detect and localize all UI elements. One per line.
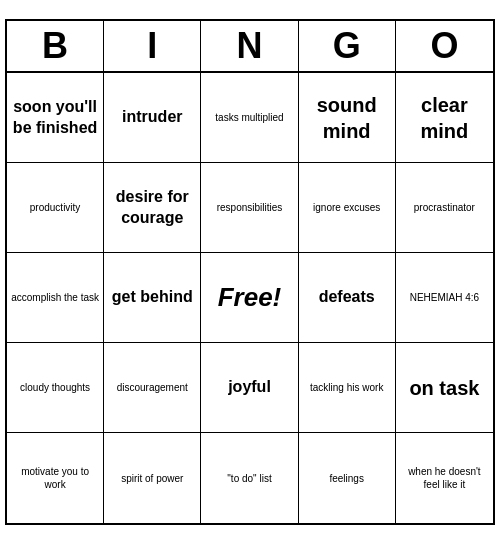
cell-text: Free! [218,281,282,315]
bingo-cell: sound mind [299,73,396,163]
cell-text: procrastinator [414,201,475,214]
cell-text: motivate you to work [11,465,99,491]
bingo-header: BINGO [7,21,493,73]
bingo-cell: clear mind [396,73,493,163]
cell-text: ignore excuses [313,201,380,214]
bingo-cell: accomplish the task [7,253,104,343]
bingo-cell: desire for courage [104,163,201,253]
cell-text: discouragement [117,381,188,394]
cell-text: productivity [30,201,81,214]
header-letter: G [299,21,396,71]
bingo-cell: NEHEMIAH 4:6 [396,253,493,343]
bingo-cell: ignore excuses [299,163,396,253]
header-letter: O [396,21,493,71]
bingo-cell: on task [396,343,493,433]
cell-text: clear mind [400,92,489,144]
bingo-cell: when he doesn't feel like it [396,433,493,523]
bingo-cell: productivity [7,163,104,253]
cell-text: accomplish the task [11,291,99,304]
bingo-cell: motivate you to work [7,433,104,523]
cell-text: responsibilities [217,201,283,214]
cell-text: joyful [228,377,271,398]
bingo-cell: procrastinator [396,163,493,253]
bingo-cell: defeats [299,253,396,343]
bingo-cell: joyful [201,343,298,433]
cell-text: sound mind [303,92,391,144]
cell-text: NEHEMIAH 4:6 [410,291,479,304]
header-letter: I [104,21,201,71]
cell-text: on task [409,375,479,401]
cell-text: desire for courage [108,187,196,229]
bingo-grid: soon you'll be finishedintrudertasks mul… [7,73,493,523]
bingo-cell: intruder [104,73,201,163]
cell-text: "to do" list [227,472,271,485]
bingo-cell: cloudy thoughts [7,343,104,433]
cell-text: tackling his work [310,381,383,394]
bingo-cell: Free! [201,253,298,343]
cell-text: tasks multiplied [215,111,283,124]
header-letter: N [201,21,298,71]
bingo-cell: discouragement [104,343,201,433]
header-letter: B [7,21,104,71]
cell-text: feelings [329,472,363,485]
cell-text: spirit of power [121,472,183,485]
cell-text: when he doesn't feel like it [400,465,489,491]
bingo-cell: soon you'll be finished [7,73,104,163]
cell-text: intruder [122,107,182,128]
bingo-card: BINGO soon you'll be finishedintrudertas… [5,19,495,525]
bingo-cell: "to do" list [201,433,298,523]
bingo-cell: get behind [104,253,201,343]
bingo-cell: tackling his work [299,343,396,433]
bingo-cell: responsibilities [201,163,298,253]
bingo-cell: tasks multiplied [201,73,298,163]
bingo-cell: spirit of power [104,433,201,523]
bingo-cell: feelings [299,433,396,523]
cell-text: soon you'll be finished [11,97,99,139]
cell-text: cloudy thoughts [20,381,90,394]
cell-text: defeats [319,287,375,308]
cell-text: get behind [112,287,193,308]
